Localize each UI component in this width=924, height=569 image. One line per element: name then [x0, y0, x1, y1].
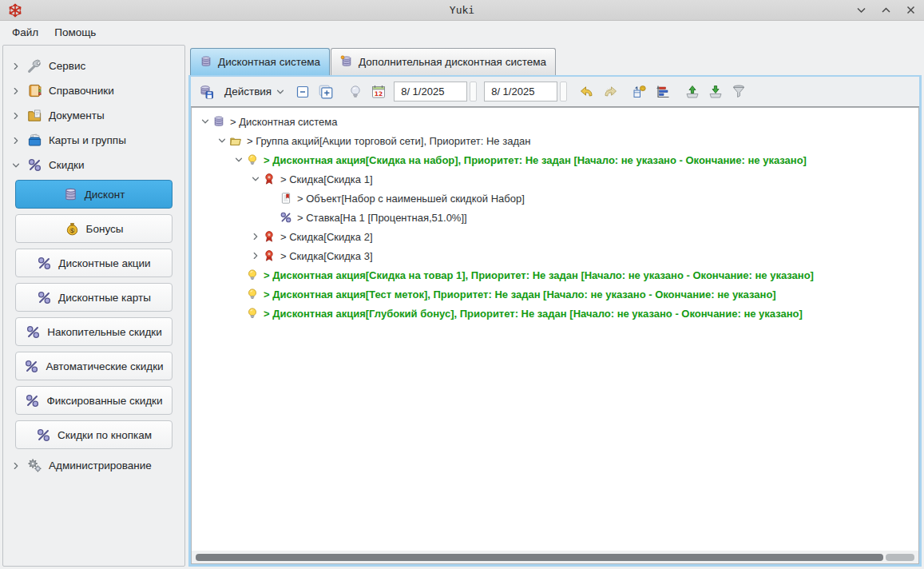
object-document-icon: [280, 192, 292, 205]
chart-icon[interactable]: [655, 84, 671, 100]
sidebar-item-label: Справочники: [49, 85, 114, 97]
tree-row[interactable]: > Дисконтная акция[Скидка на набор], При…: [192, 150, 918, 169]
discount-system-panel: Действия: [188, 75, 922, 567]
menu-help[interactable]: Помощь: [47, 23, 103, 42]
sidebar-item-discounts[interactable]: Скидки: [3, 153, 184, 177]
chevron-right-icon: [11, 461, 21, 471]
fixed-discounts-button[interactable]: Фиксированные скидки: [15, 386, 173, 415]
window-title: Yuki: [0, 4, 924, 16]
horizontal-scrollbar[interactable]: [192, 551, 918, 563]
filter-icon[interactable]: [731, 84, 747, 100]
date-from-input[interactable]: [394, 82, 467, 101]
expand-all-icon[interactable]: [318, 84, 334, 100]
tree-row[interactable]: > Объект[Набор с наименьшей скидкой Набо…: [192, 189, 918, 208]
tab-additional-discount-system[interactable]: Дополнительная дисконтная система: [331, 48, 556, 75]
percent-icon: [36, 428, 51, 443]
sidebar-item-service[interactable]: Сервис: [3, 54, 184, 78]
bonuses-button[interactable]: Бонусы: [15, 214, 173, 243]
percent-icon: [26, 324, 41, 340]
collapse-all-icon[interactable]: [295, 84, 311, 100]
tab-bar: Дисконтная система Дополнительная дискон…: [188, 45, 922, 75]
app-window: Yuki Файл Помощь Сервис Справочники: [0, 0, 924, 569]
navigation-sidebar: Сервис Справочники Документы Карты и гру…: [2, 45, 185, 567]
database-icon: [200, 55, 212, 68]
tree-row[interactable]: > Группа акций[Акции торговой сети], При…: [192, 131, 918, 150]
sidebar-item-references[interactable]: Справочники: [3, 78, 184, 103]
database-new-icon: [340, 55, 353, 68]
expander-right-icon[interactable]: [251, 251, 260, 261]
main-area: Дисконтная система Дополнительная дискон…: [188, 45, 922, 567]
database-icon: [212, 115, 225, 128]
tree-row[interactable]: > Дисконтная акция[Тест меток], Приорите…: [192, 284, 918, 304]
discount-cards-button[interactable]: Дисконтные карты: [15, 283, 173, 312]
chevron-right-icon: [11, 86, 21, 96]
tree-row[interactable]: > Дисконтная акция[Глубокий бонус], Прио…: [192, 304, 918, 323]
lamp-icon: [246, 288, 259, 300]
expander-down-icon[interactable]: [200, 117, 210, 126]
lamp-icon: [246, 269, 259, 281]
documents-icon: [27, 108, 42, 123]
chevron-down-icon: [276, 87, 285, 97]
expander-down-icon[interactable]: [251, 174, 260, 184]
ribbon-icon: [263, 230, 276, 243]
chevron-right-icon: [11, 111, 21, 121]
expander-down-icon[interactable]: [234, 155, 244, 165]
tree-row[interactable]: > Скидка[Скидка 3]: [192, 246, 918, 265]
export-icon[interactable]: [708, 84, 724, 100]
toolbar: Действия: [191, 77, 919, 107]
lamp-icon: [246, 153, 259, 166]
save-icon[interactable]: [199, 84, 215, 100]
discount-button[interactable]: Дисконт: [15, 180, 173, 209]
sidebar-item-label: Администрирование: [49, 460, 152, 472]
automatic-discounts-button[interactable]: Автоматические скидки: [15, 352, 173, 380]
tree-row[interactable]: > Ставка[На 1 [Процентная,51.0%]]: [192, 208, 918, 227]
actions-dropdown[interactable]: Действия: [222, 86, 288, 97]
discount-promotions-button[interactable]: Дисконтные акции: [15, 249, 173, 277]
button-discounts-button[interactable]: Скидки по кнопкам: [15, 420, 173, 449]
expander-down-icon[interactable]: [217, 136, 227, 145]
redo-icon[interactable]: [602, 84, 618, 100]
lamp-icon[interactable]: [347, 84, 363, 100]
scrollbar-thumb[interactable]: [196, 554, 883, 561]
discounts-button-group: Дисконт Бонусы Дисконтные акции Дисконтн…: [3, 177, 184, 453]
import-icon[interactable]: [684, 84, 700, 100]
percent-icon: [37, 290, 52, 305]
discount-tree: > Дисконтная система > Группа акций[Акци…: [192, 108, 918, 551]
maximize-button[interactable]: [880, 4, 892, 16]
tree-row[interactable]: > Дисконтная система: [192, 112, 918, 131]
tree-row[interactable]: > Дисконтная акция[Скидка на товар 1], П…: [192, 265, 918, 284]
percent-icon: [27, 157, 42, 173]
minimize-button[interactable]: [855, 4, 867, 16]
tab-discount-system[interactable]: Дисконтная система: [190, 48, 330, 75]
ribbon-icon: [263, 249, 276, 262]
ribbon-icon: [263, 173, 276, 185]
money-bag-icon: [65, 221, 80, 237]
title-bar: Yuki: [0, 0, 924, 21]
percent-icon: [37, 256, 52, 271]
expander-right-icon[interactable]: [251, 232, 260, 241]
menu-bar: Файл Помощь: [0, 21, 924, 44]
chevron-right-icon: [11, 136, 21, 145]
date-to-spinner[interactable]: [560, 82, 567, 101]
sidebar-item-label: Документы: [49, 109, 105, 121]
tree-row[interactable]: > Скидка[Скидка 2]: [192, 227, 918, 246]
apply-column-icon[interactable]: [632, 84, 648, 100]
sidebar-item-cards-groups[interactable]: Карты и группы: [3, 128, 184, 153]
book-icon: [27, 83, 42, 98]
cumulative-discounts-button[interactable]: Накопительные скидки: [15, 317, 173, 346]
calendar-icon[interactable]: [371, 84, 387, 100]
undo-icon[interactable]: [579, 84, 595, 100]
tree-row[interactable]: > Скидка[Скидка 1]: [192, 169, 918, 189]
folder-icon: [229, 134, 242, 147]
menu-file[interactable]: Файл: [5, 23, 46, 42]
close-button[interactable]: [905, 4, 917, 16]
database-icon: [63, 187, 78, 202]
percent-icon: [280, 211, 292, 224]
percent-icon: [25, 393, 40, 408]
sidebar-item-documents[interactable]: Документы: [3, 103, 184, 128]
sidebar-item-administration[interactable]: Администрирование: [3, 453, 184, 478]
date-to-input[interactable]: [484, 82, 557, 101]
date-from-spinner[interactable]: [470, 82, 477, 101]
chevron-right-icon: [11, 62, 21, 71]
wrench-icon: [27, 58, 42, 74]
